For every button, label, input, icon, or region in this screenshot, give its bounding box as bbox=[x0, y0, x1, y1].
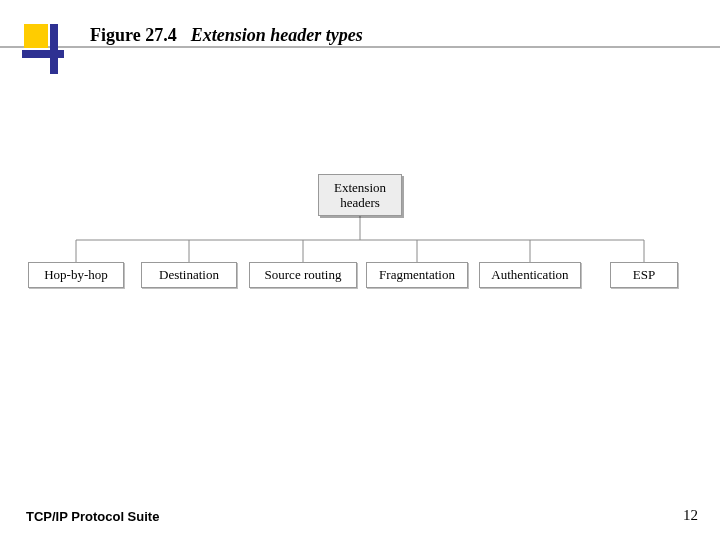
leaf-label: Fragmentation bbox=[379, 267, 455, 282]
leaf-node-authentication: Authentication bbox=[479, 262, 581, 288]
leaf-node-fragmentation: Fragmentation bbox=[366, 262, 468, 288]
leaf-label: Hop-by-hop bbox=[44, 267, 108, 282]
hierarchy-diagram: Extension headers Hop-by-hop Destination… bbox=[20, 170, 700, 340]
leaf-node-source-routing: Source routing bbox=[249, 262, 357, 288]
figure-caption: Extension header types bbox=[191, 25, 363, 45]
slide-header: Figure 27.4Extension header types bbox=[0, 10, 720, 76]
figure-title: Figure 27.4Extension header types bbox=[90, 24, 363, 46]
header-rule bbox=[0, 46, 720, 48]
page-number: 12 bbox=[683, 507, 698, 524]
figure-number: Figure 27.4 bbox=[90, 25, 177, 45]
leaf-label: ESP bbox=[633, 267, 655, 282]
leaf-label: Source routing bbox=[265, 267, 342, 282]
root-line1: Extension bbox=[327, 180, 393, 195]
leaf-label: Destination bbox=[159, 267, 219, 282]
leaf-label: Authentication bbox=[491, 267, 568, 282]
leaf-node-hop-by-hop: Hop-by-hop bbox=[28, 262, 124, 288]
logo-icon bbox=[22, 24, 64, 66]
leaf-node-esp: ESP bbox=[610, 262, 678, 288]
root-line2: headers bbox=[327, 195, 393, 210]
root-node: Extension headers bbox=[318, 174, 402, 216]
leaf-node-destination: Destination bbox=[141, 262, 237, 288]
footer-text: TCP/IP Protocol Suite bbox=[26, 509, 159, 524]
